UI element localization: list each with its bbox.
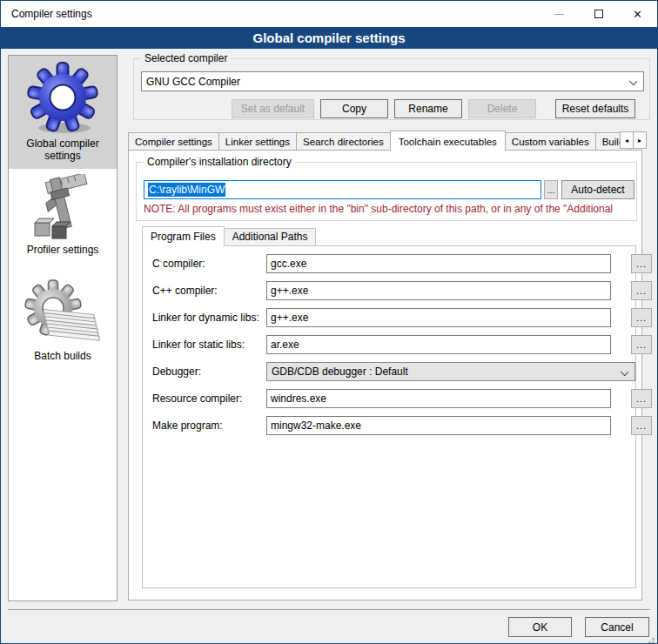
linker-static-input[interactable]: ar.exe [266, 335, 611, 354]
set-as-default-button[interactable]: Set as default [232, 99, 314, 118]
program-files-tabbar: Program Files Additional Paths [142, 226, 315, 245]
installation-directory-input[interactable]: C:\raylib\MinGW [144, 180, 541, 199]
delete-button[interactable]: Delete [468, 99, 536, 118]
maximize-icon [594, 10, 603, 18]
cancel-button[interactable]: Cancel [585, 617, 649, 637]
cpp-compiler-browse-button[interactable]: ... [631, 281, 652, 300]
toolchain-executables-page: Compiler's installation directory C:\ray… [128, 150, 642, 600]
footer-divider [8, 609, 650, 610]
resource-compiler-browse-button[interactable]: ... [631, 389, 652, 408]
installation-directory-group: Compiler's installation directory C:\ray… [136, 162, 637, 221]
resource-compiler-value: windres.exe [271, 392, 326, 405]
arrow-left-icon: ◂ [625, 137, 628, 144]
compiler-settings-tabbar: Compiler settings Linker settings Search… [128, 131, 643, 151]
close-button[interactable]: ✕ [618, 1, 657, 27]
installation-directory-selected-text: C:\raylib\MinGW [148, 183, 225, 197]
settings-category-list: Global compiler settings [8, 55, 118, 601]
debugger-select[interactable]: GDB/CDB debugger : Default [266, 362, 635, 381]
ok-button[interactable]: OK [508, 617, 572, 637]
sidebar-item-label: Profiler settings [10, 244, 115, 256]
copy-button[interactable]: Copy [320, 99, 388, 118]
compiler-select[interactable]: GNU GCC Compiler [141, 71, 644, 91]
linker-dynamic-browse-button[interactable]: ... [631, 308, 652, 327]
minimize-button[interactable] [540, 1, 579, 27]
debugger-label: Debugger: [152, 366, 201, 378]
page-title: Global compiler settings [1, 27, 657, 49]
linker-static-value: ar.exe [271, 339, 299, 351]
selected-compiler-group: Selected compiler GNU GCC Compiler Set a… [133, 58, 650, 120]
cpp-compiler-value: g++.exe [271, 285, 308, 297]
arrow-right-icon: ▸ [638, 137, 641, 144]
c-compiler-value: gcc.exe [271, 258, 306, 270]
dialog-client-area: Global compiler settings [1, 49, 657, 643]
tab-additional-paths[interactable]: Additional Paths [224, 228, 317, 245]
resize-grip[interactable] [652, 638, 655, 641]
tab-search-directories[interactable]: Search directories [296, 132, 391, 151]
tab-scroll-left-button[interactable]: ◂ [620, 131, 634, 149]
tab-custom-variables[interactable]: Custom variables [505, 132, 596, 151]
tab-compiler-settings[interactable]: Compiler settings [128, 132, 219, 151]
sidebar-spacer [9, 263, 117, 273]
installation-directory-group-label: Compiler's installation directory [144, 156, 295, 168]
cpp-compiler-input[interactable]: g++.exe [266, 281, 611, 300]
tab-linker-settings[interactable]: Linker settings [218, 132, 297, 151]
cpp-compiler-label: C++ compiler: [152, 285, 218, 297]
c-compiler-label: C compiler: [152, 258, 205, 270]
linker-static-browse-button[interactable]: ... [631, 335, 652, 354]
bin-subdirectory-note: NOTE: All programs must exist either in … [144, 203, 631, 215]
linker-dynamic-input[interactable]: g++.exe [266, 308, 611, 327]
maximize-button[interactable] [579, 1, 618, 27]
make-program-input[interactable]: mingw32-make.exe [266, 416, 611, 435]
installation-directory-browse-button[interactable]: ... [544, 180, 558, 199]
minimize-icon [554, 14, 564, 15]
sidebar-item-global-compiler-settings[interactable]: Global compiler settings [9, 56, 117, 169]
compiler-select-value: GNU GCC Compiler [146, 76, 240, 88]
chevron-down-icon [629, 77, 637, 85]
reset-defaults-button[interactable]: Reset defaults [555, 99, 635, 118]
sidebar-item-label: Batch builds [10, 350, 115, 362]
sidebar-item-label: Global compiler settings [10, 138, 115, 162]
gray-gear-stack-icon [10, 278, 115, 350]
resource-compiler-label: Resource compiler: [152, 392, 242, 405]
make-program-label: Make program: [152, 419, 223, 432]
tab-scroll-right-button[interactable]: ▸ [633, 131, 647, 149]
caliper-icon [10, 174, 115, 244]
chevron-down-icon [621, 368, 628, 376]
debugger-select-value: GDB/CDB debugger : Default [272, 366, 408, 378]
tab-program-files[interactable]: Program Files [142, 226, 225, 246]
compiler-settings-dialog: Compiler settings ✕ Global compiler sett… [0, 0, 658, 644]
auto-detect-button[interactable]: Auto-detect [561, 180, 634, 199]
window-title: Compiler settings [11, 8, 92, 20]
close-icon: ✕ [633, 9, 642, 20]
blue-gear-icon [10, 61, 115, 138]
selected-compiler-group-label: Selected compiler [141, 52, 231, 64]
sidebar-item-batch-builds[interactable]: Batch builds [9, 273, 117, 369]
linker-static-label: Linker for static libs: [152, 339, 245, 351]
rename-button[interactable]: Rename [394, 99, 462, 118]
title-bar[interactable]: Compiler settings ✕ [1, 1, 657, 27]
program-files-page: C compiler: gcc.exe ... C++ compiler: g+… [142, 245, 636, 588]
c-compiler-input[interactable]: gcc.exe [266, 254, 611, 273]
linker-dynamic-label: Linker for dynamic libs: [152, 312, 259, 324]
sidebar-item-profiler-settings[interactable]: Profiler settings [9, 169, 117, 263]
make-program-browse-button[interactable]: ... [631, 416, 652, 435]
linker-dynamic-value: g++.exe [271, 312, 308, 324]
make-program-value: mingw32-make.exe [271, 419, 361, 432]
tab-toolchain-executables[interactable]: Toolchain executables [390, 131, 506, 151]
resource-compiler-input[interactable]: windres.exe [266, 389, 611, 408]
c-compiler-browse-button[interactable]: ... [631, 254, 652, 273]
